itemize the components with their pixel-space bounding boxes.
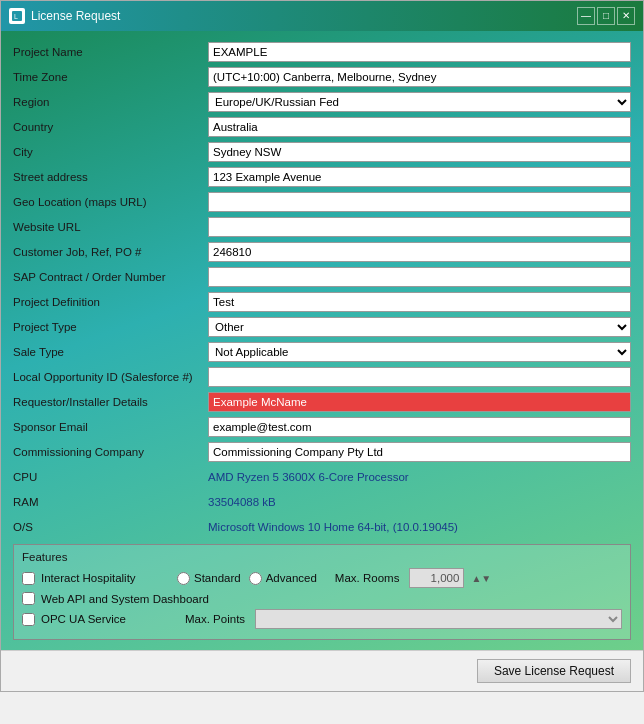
standard-radio-label: Standard (194, 572, 241, 584)
commissioning-company-input[interactable] (208, 442, 631, 462)
project-definition-row: Project Definition (13, 291, 631, 313)
max-rooms-input[interactable] (409, 568, 464, 588)
sponsor-email-row: Sponsor Email (13, 416, 631, 438)
os-label: O/S (13, 521, 208, 533)
project-definition-label: Project Definition (13, 296, 208, 308)
country-input[interactable] (208, 117, 631, 137)
close-button[interactable]: ✕ (617, 7, 635, 25)
interact-hospitality-checkbox[interactable] (22, 572, 35, 585)
requestor-label: Requestor/Installer Details (13, 396, 208, 408)
web-api-checkbox[interactable] (22, 592, 35, 605)
street-address-row: Street address (13, 166, 631, 188)
features-title: Features (22, 551, 622, 563)
main-window: L License Request — □ ✕ Project Name Tim… (0, 0, 644, 692)
maximize-button[interactable]: □ (597, 7, 615, 25)
customer-job-label: Customer Job, Ref, PO # (13, 246, 208, 258)
requestor-input[interactable] (208, 392, 631, 412)
project-type-select[interactable]: Other (208, 317, 631, 337)
project-type-label: Project Type (13, 321, 208, 333)
sale-type-row: Sale Type Not Applicable (13, 341, 631, 363)
minimize-button[interactable]: — (577, 7, 595, 25)
city-label: City (13, 146, 208, 158)
max-rooms-label: Max. Rooms (335, 572, 400, 584)
max-rooms-spinner[interactable]: ▲▼ (471, 573, 491, 584)
country-label: Country (13, 121, 208, 133)
local-opp-input[interactable] (208, 367, 631, 387)
time-zone-label: Time Zone (13, 71, 208, 83)
geo-location-input[interactable] (208, 192, 631, 212)
os-value: Microsoft Windows 10 Home 64-bit, (10.0.… (208, 520, 458, 534)
ram-label: RAM (13, 496, 208, 508)
project-name-row: Project Name (13, 41, 631, 63)
geo-location-row: Geo Location (maps URL) (13, 191, 631, 213)
city-input[interactable] (208, 142, 631, 162)
window-controls: — □ ✕ (577, 7, 635, 25)
max-points-label: Max. Points (185, 613, 245, 625)
advanced-radio-label: Advanced (266, 572, 317, 584)
interact-hospitality-label: Interact Hospitality (41, 572, 171, 584)
cpu-label: CPU (13, 471, 208, 483)
save-license-button[interactable]: Save License Request (477, 659, 631, 683)
local-opp-label: Local Opportunity ID (Salesforce #) (13, 371, 208, 383)
sponsor-email-input[interactable] (208, 417, 631, 437)
project-name-label: Project Name (13, 46, 208, 58)
region-label: Region (13, 96, 208, 108)
opc-ua-row: OPC UA Service Max. Points (22, 609, 622, 629)
app-icon: L (9, 8, 25, 24)
web-api-label: Web API and System Dashboard (41, 593, 209, 605)
sale-type-label: Sale Type (13, 346, 208, 358)
sale-type-select[interactable]: Not Applicable (208, 342, 631, 362)
sponsor-email-label: Sponsor Email (13, 421, 208, 433)
city-row: City (13, 141, 631, 163)
cpu-row: CPU AMD Ryzen 5 3600X 6-Core Processor (13, 466, 631, 488)
max-points-select[interactable] (255, 609, 622, 629)
window-title: License Request (31, 9, 120, 23)
commissioning-company-label: Commissioning Company (13, 446, 208, 458)
ram-value: 33504088 kB (208, 495, 276, 509)
ram-row: RAM 33504088 kB (13, 491, 631, 513)
project-type-row: Project Type Other (13, 316, 631, 338)
local-opp-row: Local Opportunity ID (Salesforce #) (13, 366, 631, 388)
features-box: Features Interact Hospitality Standard A… (13, 544, 631, 640)
interact-hospitality-row: Interact Hospitality Standard Advanced M… (22, 568, 622, 588)
project-name-input[interactable] (208, 42, 631, 62)
svg-text:L: L (14, 13, 18, 20)
time-zone-row: Time Zone (13, 66, 631, 88)
sap-contract-row: SAP Contract / Order Number (13, 266, 631, 288)
form-content: Project Name Time Zone Region Europe/UK/… (1, 31, 643, 650)
title-bar: L License Request — □ ✕ (1, 1, 643, 31)
web-api-row: Web API and System Dashboard (22, 592, 622, 605)
geo-location-label: Geo Location (maps URL) (13, 196, 208, 208)
project-definition-input[interactable] (208, 292, 631, 312)
region-select[interactable]: Europe/UK/Russian Fed (208, 92, 631, 112)
street-address-label: Street address (13, 171, 208, 183)
opc-ua-checkbox[interactable] (22, 613, 35, 626)
street-address-input[interactable] (208, 167, 631, 187)
requestor-row: Requestor/Installer Details (13, 391, 631, 413)
country-row: Country (13, 116, 631, 138)
time-zone-input[interactable] (208, 67, 631, 87)
title-bar-left: L License Request (9, 8, 120, 24)
hospitality-radio-group: Standard Advanced (177, 572, 321, 585)
customer-job-input[interactable] (208, 242, 631, 262)
standard-radio[interactable] (177, 572, 190, 585)
sap-contract-label: SAP Contract / Order Number (13, 271, 208, 283)
cpu-value: AMD Ryzen 5 3600X 6-Core Processor (208, 470, 409, 484)
website-url-row: Website URL (13, 216, 631, 238)
footer: Save License Request (1, 650, 643, 691)
commissioning-company-row: Commissioning Company (13, 441, 631, 463)
customer-job-row: Customer Job, Ref, PO # (13, 241, 631, 263)
os-row: O/S Microsoft Windows 10 Home 64-bit, (1… (13, 516, 631, 538)
advanced-radio[interactable] (249, 572, 262, 585)
opc-ua-label: OPC UA Service (41, 613, 171, 625)
website-url-label: Website URL (13, 221, 208, 233)
website-url-input[interactable] (208, 217, 631, 237)
sap-contract-input[interactable] (208, 267, 631, 287)
region-row: Region Europe/UK/Russian Fed (13, 91, 631, 113)
